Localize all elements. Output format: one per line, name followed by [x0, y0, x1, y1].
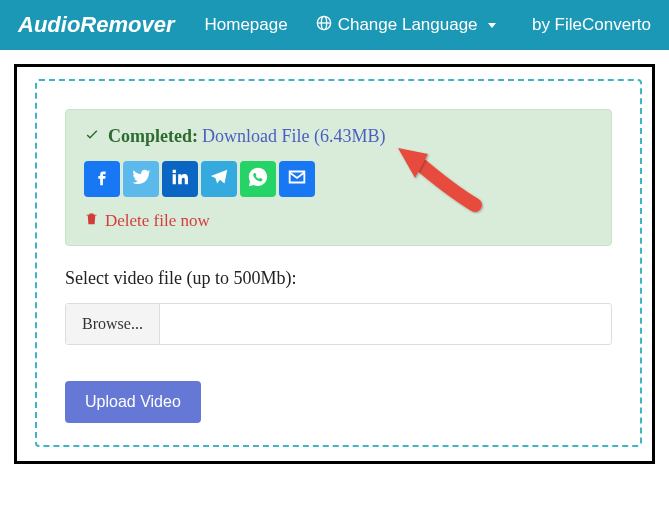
- delete-file-link[interactable]: Delete file now: [84, 211, 593, 231]
- file-input[interactable]: Browse...: [65, 303, 612, 345]
- share-facebook-button[interactable]: [84, 161, 120, 197]
- nav-change-language[interactable]: Change Language: [316, 15, 496, 36]
- social-share-row: [84, 161, 593, 197]
- browse-button[interactable]: Browse...: [66, 304, 160, 344]
- trash-icon: [84, 211, 99, 231]
- share-telegram-button[interactable]: [201, 161, 237, 197]
- main-panel: Completed: Download File (6.43MB): [35, 79, 642, 447]
- check-icon: [84, 126, 100, 147]
- email-icon: [286, 166, 308, 192]
- twitter-icon: [130, 166, 152, 192]
- select-video-label: Select video file (up to 500Mb):: [65, 268, 612, 289]
- nav-homepage-label: Homepage: [204, 15, 287, 35]
- whatsapp-icon: [247, 166, 269, 192]
- share-whatsapp-button[interactable]: [240, 161, 276, 197]
- facebook-icon: [91, 166, 113, 192]
- caret-down-icon: [488, 23, 496, 28]
- linkedin-icon: [169, 166, 191, 192]
- upload-video-button[interactable]: Upload Video: [65, 381, 201, 423]
- share-email-button[interactable]: [279, 161, 315, 197]
- success-alert: Completed: Download File (6.43MB): [65, 109, 612, 246]
- nav-by-fileconverto[interactable]: by FileConverto: [532, 15, 651, 35]
- download-file-link[interactable]: Download File (6.43MB): [202, 126, 386, 147]
- nav-by-label: by FileConverto: [532, 15, 651, 35]
- nav-homepage[interactable]: Homepage: [204, 15, 287, 35]
- navbar: AudioRemover Homepage Change Language by…: [0, 0, 669, 50]
- delete-file-label: Delete file now: [105, 211, 210, 231]
- file-name-display: [160, 304, 611, 344]
- share-linkedin-button[interactable]: [162, 161, 198, 197]
- share-twitter-button[interactable]: [123, 161, 159, 197]
- nav-change-language-label: Change Language: [338, 15, 478, 35]
- completed-label: Completed:: [108, 126, 198, 147]
- telegram-icon: [208, 166, 230, 192]
- globe-icon: [316, 15, 332, 36]
- brand-logo[interactable]: AudioRemover: [18, 12, 174, 38]
